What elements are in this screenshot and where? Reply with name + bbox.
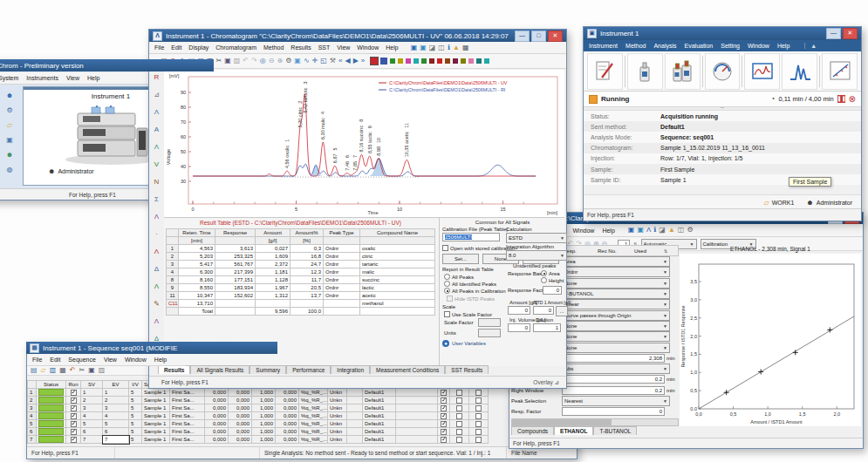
sequence-row[interactable]: 6665Sample 1First Sa...0,0000,0001,0000,… <box>28 428 489 436</box>
user-button[interactable]: ☻ Administrator <box>806 199 852 207</box>
stop-icon[interactable]: ❚❚ <box>837 95 845 103</box>
tab-integration[interactable]: Integration <box>331 365 370 374</box>
open-stored-checkbox[interactable]: Open with stored calibration <box>442 245 515 251</box>
clarity-icon[interactable]: ▲ <box>804 43 817 49</box>
gear-icon[interactable]: ⚙ <box>6 106 12 115</box>
peak-icon[interactable]: Λ <box>154 108 159 117</box>
menu-evaluation[interactable]: Evaluation <box>685 43 714 49</box>
peak6-icon[interactable]: Λ <box>154 282 159 291</box>
menu-window[interactable]: Window <box>748 43 769 49</box>
run-checkbox[interactable] <box>66 389 81 397</box>
signal-color-square[interactable] <box>390 58 395 64</box>
signal-color-square[interactable] <box>445 58 450 64</box>
peak7-icon[interactable]: Λ <box>154 317 159 326</box>
sequence-title-bar[interactable]: ▦ Instrument 1 - Sequence seq001 (MODIFI… <box>26 342 277 354</box>
split-icon[interactable]: ⊿ <box>154 91 160 99</box>
calib-file-input[interactable]: 2506MULTI <box>442 233 500 241</box>
result-row[interactable]: 35,417561,7672,37224,7Ordnrtartaric <box>167 261 435 268</box>
run-checkbox[interactable] <box>438 428 450 436</box>
istd-amount-input[interactable]: 0 <box>533 306 554 315</box>
run-checkbox[interactable] <box>438 420 450 428</box>
tab-all-signals-results[interactable]: All Signals Results <box>190 365 249 374</box>
move-icon[interactable]: ✛ <box>312 57 318 65</box>
result-row[interactable]: 46,300217,3991,18112,3Ordnrmalic <box>167 268 435 276</box>
close-button[interactable]: ✕ <box>843 28 858 39</box>
run-checkbox[interactable] <box>438 404 450 412</box>
pencil-icon[interactable]: ✎ <box>154 300 160 309</box>
peak2-icon[interactable]: Λ <box>154 143 159 152</box>
window-icon[interactable]: ◫ <box>678 226 685 234</box>
next-icon[interactable]: ▶ <box>353 57 359 65</box>
window-icon[interactable]: ◫ <box>438 44 445 52</box>
run-checkbox[interactable] <box>66 404 81 412</box>
menu-display[interactable]: Display <box>188 44 208 51</box>
menu-window[interactable]: Window <box>573 228 595 234</box>
export-icon[interactable]: ▲ <box>668 226 675 234</box>
redo-icon[interactable]: ↷ <box>251 57 257 65</box>
overlay-icon[interactable]: ◪ <box>429 44 436 52</box>
maximize-button[interactable]: □ <box>531 31 546 42</box>
calibration-chart[interactable]: 0,00,51,01,52,00,00,51,01,52,02,53,03,5A… <box>680 254 861 426</box>
chromatogram-title-bar[interactable]: Λ Instrument 1 - Chromatogram "C:\Clarit… <box>149 30 566 42</box>
result-row[interactable]: 25,203253,3251,60916,8Ordnrcitric <box>167 253 435 261</box>
menu-help[interactable]: Help <box>386 44 398 51</box>
zoom-icon[interactable]: ◎ <box>260 57 266 65</box>
signal-color-square[interactable] <box>380 58 387 65</box>
settings-icon[interactable]: ⚙ <box>687 226 693 234</box>
signal-color-square[interactable] <box>429 58 434 64</box>
tab-sst-results[interactable]: SST Results <box>445 365 489 374</box>
menu-sst[interactable]: SST <box>318 44 331 51</box>
param-select[interactable]: Area▼ <box>562 256 670 267</box>
ri-signal-icon[interactable]: ▣ <box>420 44 427 52</box>
peak4-icon[interactable]: Λ <box>154 248 159 256</box>
signal-color-square[interactable] <box>461 58 466 64</box>
sequence-row[interactable]: 7775Sample 1First Sa...0,0000,0001,0000,… <box>28 436 489 444</box>
run-checkbox[interactable] <box>66 412 81 420</box>
users-icon[interactable]: ☻ <box>6 151 13 160</box>
menu-instruments[interactable]: Instruments <box>26 75 58 81</box>
baseline2-icon[interactable]: Σ <box>154 195 159 204</box>
menu-help[interactable]: Help <box>777 43 789 49</box>
signal-color-square[interactable] <box>437 58 442 64</box>
radio-peaks-in-calibration[interactable]: All Peaks in Calibration <box>444 288 506 294</box>
overlay-icon[interactable]: ◪ <box>659 226 666 234</box>
instrument-title-bar[interactable]: ▣ Instrument 1 — ✕ <box>584 27 861 40</box>
tab-t-butanol[interactable]: T-BUTANOL <box>593 426 637 435</box>
param-input[interactable]: 0,2 <box>562 375 665 384</box>
menu-view[interactable]: View <box>337 44 350 51</box>
param-select[interactable]: None▼ <box>562 343 670 353</box>
units-input[interactable] <box>478 329 501 337</box>
run-checkbox[interactable] <box>438 412 450 420</box>
menu-setting[interactable]: Setting <box>721 43 740 49</box>
menu-help[interactable]: Help <box>154 357 167 363</box>
radio-area[interactable]: Area <box>541 270 560 276</box>
save-icon[interactable]: ▥ <box>50 366 57 375</box>
sequence-row[interactable]: 5555Sample 1First Sa...0,0000,0001,0000,… <box>28 420 489 428</box>
minimize-button[interactable]: — <box>826 28 841 39</box>
signal-color-square[interactable] <box>371 58 378 65</box>
integration-select[interactable]: 8.0▼ <box>506 250 567 261</box>
calculation-select[interactable]: ESTD▼ <box>506 233 567 243</box>
dot-icon[interactable]: · <box>155 230 158 239</box>
radio-all-peaks[interactable]: All Peaks <box>444 274 474 280</box>
tag-peaks-icon[interactable]: ▣ <box>294 57 301 65</box>
response-factor-input[interactable]: 0 <box>543 286 562 295</box>
overlay-toggle[interactable]: Overlay ⊿ <box>533 379 559 386</box>
first-icon[interactable]: « <box>338 57 342 65</box>
run-checkbox[interactable] <box>66 420 81 428</box>
menu-instrument[interactable]: Instrument <box>589 43 618 49</box>
menu-method[interactable]: Method <box>625 43 646 49</box>
signal-color-square[interactable] <box>406 58 411 64</box>
undo-icon[interactable]: ↶ <box>70 366 76 375</box>
scale-factor-input[interactable] <box>478 318 501 327</box>
result-row[interactable]: 88,160177,1511,12811,7Ordnrsuccinc <box>167 276 435 284</box>
instrument-icon[interactable]: ▣ <box>6 136 13 145</box>
tab-ethanol[interactable]: ETHANOL <box>554 426 593 435</box>
device-monitor-icon[interactable] <box>705 53 741 90</box>
param-input[interactable]: 0 <box>562 407 665 416</box>
param-select[interactable]: Nearest▼ <box>562 396 670 406</box>
uv-signal-icon[interactable]: ▣ <box>411 44 418 52</box>
tab-compounds[interactable]: Compounds <box>511 426 554 435</box>
peak3-icon[interactable]: Λ <box>154 213 159 221</box>
menu-window[interactable]: Window <box>125 357 147 363</box>
